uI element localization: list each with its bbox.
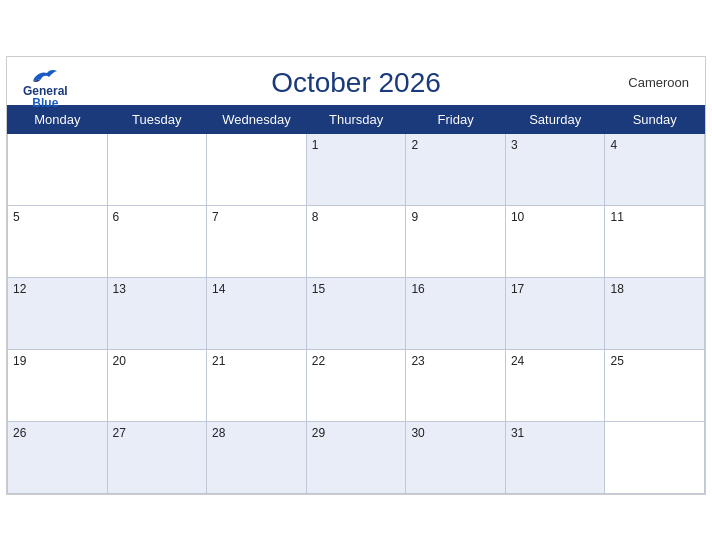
day-number: 6 bbox=[113, 210, 120, 224]
day-cell-1-4: 9 bbox=[406, 205, 505, 277]
day-number: 20 bbox=[113, 354, 126, 368]
day-cell-3-3: 22 bbox=[306, 349, 406, 421]
logo-general-text: General bbox=[23, 85, 68, 97]
logo-bird-icon bbox=[31, 67, 59, 85]
day-number: 26 bbox=[13, 426, 26, 440]
day-number: 19 bbox=[13, 354, 26, 368]
header-saturday: Saturday bbox=[505, 105, 605, 133]
header-sunday: Sunday bbox=[605, 105, 705, 133]
logo-blue-text: Blue bbox=[32, 97, 58, 109]
day-cell-2-6: 18 bbox=[605, 277, 705, 349]
day-number: 2 bbox=[411, 138, 418, 152]
day-number: 17 bbox=[511, 282, 524, 296]
day-cell-1-0: 5 bbox=[8, 205, 108, 277]
day-cell-3-2: 21 bbox=[207, 349, 307, 421]
day-cell-2-5: 17 bbox=[505, 277, 605, 349]
day-number: 23 bbox=[411, 354, 424, 368]
day-number: 5 bbox=[13, 210, 20, 224]
month-title: October 2026 bbox=[271, 67, 441, 99]
day-cell-2-0: 12 bbox=[8, 277, 108, 349]
day-number: 8 bbox=[312, 210, 319, 224]
day-cell-3-6: 25 bbox=[605, 349, 705, 421]
calendar-container: General Blue October 2026 Cameroon Monda… bbox=[6, 56, 706, 495]
day-cell-2-1: 13 bbox=[107, 277, 207, 349]
day-cell-2-2: 14 bbox=[207, 277, 307, 349]
day-number: 14 bbox=[212, 282, 225, 296]
day-cell-1-2: 7 bbox=[207, 205, 307, 277]
day-number: 31 bbox=[511, 426, 524, 440]
header-thursday: Thursday bbox=[306, 105, 406, 133]
week-row-3: 12131415161718 bbox=[8, 277, 705, 349]
day-number: 28 bbox=[212, 426, 225, 440]
day-number: 7 bbox=[212, 210, 219, 224]
day-cell-3-1: 20 bbox=[107, 349, 207, 421]
day-cell-3-5: 24 bbox=[505, 349, 605, 421]
day-number: 27 bbox=[113, 426, 126, 440]
day-cell-1-1: 6 bbox=[107, 205, 207, 277]
day-cell-4-6 bbox=[605, 421, 705, 493]
day-number: 16 bbox=[411, 282, 424, 296]
day-cell-0-6: 4 bbox=[605, 133, 705, 205]
day-number: 18 bbox=[610, 282, 623, 296]
day-cell-4-1: 27 bbox=[107, 421, 207, 493]
day-cell-4-2: 28 bbox=[207, 421, 307, 493]
calendar-header: General Blue October 2026 Cameroon bbox=[7, 57, 705, 105]
day-number: 12 bbox=[13, 282, 26, 296]
day-cell-4-4: 30 bbox=[406, 421, 505, 493]
day-number: 9 bbox=[411, 210, 418, 224]
day-number: 30 bbox=[411, 426, 424, 440]
day-cell-4-5: 31 bbox=[505, 421, 605, 493]
day-number: 25 bbox=[610, 354, 623, 368]
day-number: 22 bbox=[312, 354, 325, 368]
day-cell-0-1 bbox=[107, 133, 207, 205]
week-row-2: 567891011 bbox=[8, 205, 705, 277]
header-friday: Friday bbox=[406, 105, 505, 133]
day-number: 10 bbox=[511, 210, 524, 224]
day-cell-2-4: 16 bbox=[406, 277, 505, 349]
weekday-header-row: Monday Tuesday Wednesday Thursday Friday… bbox=[8, 105, 705, 133]
day-cell-4-0: 26 bbox=[8, 421, 108, 493]
day-number: 29 bbox=[312, 426, 325, 440]
day-number: 11 bbox=[610, 210, 623, 224]
day-cell-1-3: 8 bbox=[306, 205, 406, 277]
week-row-4: 19202122232425 bbox=[8, 349, 705, 421]
day-number: 13 bbox=[113, 282, 126, 296]
day-cell-2-3: 15 bbox=[306, 277, 406, 349]
day-cell-3-0: 19 bbox=[8, 349, 108, 421]
day-number: 3 bbox=[511, 138, 518, 152]
logo-area: General Blue bbox=[23, 67, 68, 109]
header-tuesday: Tuesday bbox=[107, 105, 207, 133]
day-cell-0-3: 1 bbox=[306, 133, 406, 205]
week-row-1: 1234 bbox=[8, 133, 705, 205]
day-cell-0-4: 2 bbox=[406, 133, 505, 205]
day-number: 15 bbox=[312, 282, 325, 296]
day-number: 4 bbox=[610, 138, 617, 152]
day-cell-0-2 bbox=[207, 133, 307, 205]
day-cell-0-5: 3 bbox=[505, 133, 605, 205]
country-name: Cameroon bbox=[628, 75, 689, 90]
day-number: 1 bbox=[312, 138, 319, 152]
day-number: 24 bbox=[511, 354, 524, 368]
week-row-5: 262728293031 bbox=[8, 421, 705, 493]
calendar-grid: Monday Tuesday Wednesday Thursday Friday… bbox=[7, 105, 705, 494]
day-cell-1-6: 11 bbox=[605, 205, 705, 277]
header-wednesday: Wednesday bbox=[207, 105, 307, 133]
day-cell-0-0 bbox=[8, 133, 108, 205]
day-number: 21 bbox=[212, 354, 225, 368]
day-cell-4-3: 29 bbox=[306, 421, 406, 493]
day-cell-3-4: 23 bbox=[406, 349, 505, 421]
day-cell-1-5: 10 bbox=[505, 205, 605, 277]
